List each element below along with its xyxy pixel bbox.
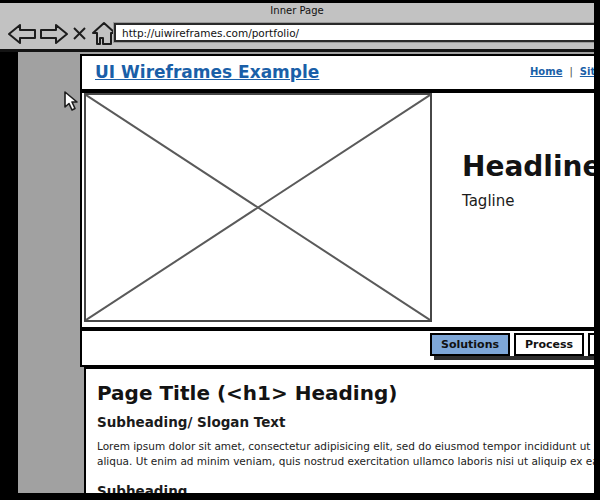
subheading-slogan: Subheading/ Slogan Text [97,414,594,430]
url-bar[interactable]: http://uiwireframes.com/portfolio/ [114,23,594,42]
hero-tagline: Tagline [462,192,514,210]
site-header: UI Wireframes Example Home|Sitemap [80,54,594,91]
image-placeholder [84,93,432,322]
body-line-2: aliqua. Ut enim ad minim veniam, quis no… [97,454,594,469]
window-title: Inner Page [0,5,594,16]
url-text: http://uiwireframes.com/portfolio/ [116,27,299,39]
tab-solutions[interactable]: Solutions [430,333,510,356]
body-paragraph: Lorem ipsum dolor sit amet, consectetur … [97,439,594,469]
browser-viewport: UI Wireframes Example Home|Sitemap Headl… [18,52,594,493]
nav-link-home[interactable]: Home [530,66,562,77]
subheading-2: Subheading [97,483,594,493]
hero-headline: Headline [462,150,594,183]
tab-process[interactable]: Process [514,333,584,356]
header-nav: Home|Sitemap [530,66,594,77]
site-logo-link[interactable]: UI Wireframes Example [95,62,319,82]
page-title: Page Title (<h1> Heading) [97,381,594,405]
wireframe-screenshot: Inner Page http://uiwireframes.com/portf… [0,0,600,500]
tab-bar-shadow [434,356,594,360]
nav-separator: | [569,66,572,77]
hero-section: Headline Tagline [80,91,594,329]
stop-icon[interactable] [72,26,87,45]
forward-icon[interactable] [38,22,70,50]
back-icon[interactable] [6,22,38,50]
nav-link-sitemap[interactable]: Sitemap [580,66,594,77]
body-line-1: Lorem ipsum dolor sit amet, consectetur … [97,439,594,454]
browser-chrome: Inner Page http://uiwireframes.com/portf… [0,3,594,52]
tab-bar: Solutions Process About [430,333,594,356]
main-content-section: Page Title (<h1> Heading) Subheading/ Sl… [84,367,594,493]
tab-about[interactable]: About [588,333,594,356]
mouse-cursor-icon [63,91,81,115]
